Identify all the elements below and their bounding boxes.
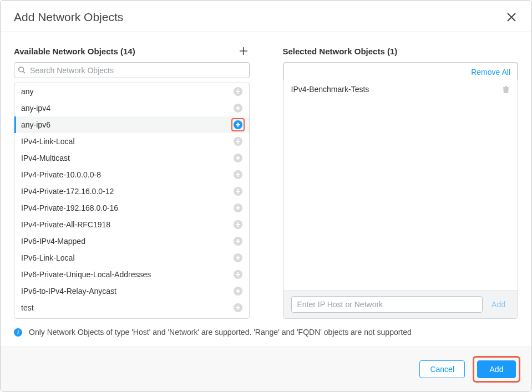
add-network-objects-dialog: Add Network Objects Available Network Ob… — [0, 0, 532, 392]
list-item[interactable]: IPv6-to-IPv4-Relay-Anycast — [14, 283, 249, 299]
list-item-label: IPv4-Private-All-RFC1918 — [21, 220, 110, 229]
plus-circle-icon — [235, 222, 241, 227]
add-icon-highlight — [231, 118, 245, 131]
list-item-label: test — [21, 303, 34, 312]
list-item-label: any — [21, 87, 34, 96]
add-item-button[interactable] — [234, 237, 242, 246]
add-item-button[interactable] — [234, 303, 242, 312]
enter-ip-row: Add — [283, 290, 518, 318]
list-item-label: any-ipv6 — [21, 120, 50, 129]
remove-all-button[interactable]: Remove All — [283, 63, 518, 80]
plus-circle-icon — [235, 139, 241, 144]
list-item[interactable]: IPv4-Link-Local — [14, 133, 249, 150]
list-item[interactable]: any-ipv6 — [14, 116, 249, 133]
available-panel: Available Network Objects (14) anyany-ip… — [14, 43, 250, 319]
dialog-header: Add Network Objects — [1, 1, 531, 32]
available-panel-title: Available Network Objects (14) — [14, 47, 135, 56]
list-item[interactable]: IPv4-Multicast — [14, 150, 249, 166]
remove-item-button[interactable] — [502, 85, 510, 94]
plus-circle-icon — [235, 255, 241, 261]
selected-item[interactable]: IPv4-Benchmark-Tests — [283, 80, 518, 99]
selected-panel-title: Selected Network Objects (1) — [283, 47, 398, 56]
search-wrapper — [14, 62, 250, 78]
add-object-button[interactable] — [237, 45, 250, 57]
list-item-label: IPv4-Private-172.16.0.0-12 — [21, 187, 114, 196]
add-item-button[interactable] — [234, 87, 242, 96]
plus-circle-icon — [235, 155, 241, 161]
ip-host-input[interactable] — [291, 296, 483, 313]
add-item-button[interactable] — [234, 187, 242, 196]
selected-box: Remove All IPv4-Benchmark-Tests Add — [283, 62, 519, 319]
dialog-footer: Cancel Add — [1, 347, 531, 391]
plus-circle-icon — [235, 305, 241, 310]
list-item[interactable]: any-ipv4 — [14, 100, 249, 116]
plus-circle-icon — [235, 122, 241, 128]
add-item-button[interactable] — [234, 120, 242, 129]
svg-line-5 — [23, 72, 26, 74]
add-item-button[interactable] — [234, 203, 242, 212]
list-item-label: any-ipv4 — [21, 104, 50, 113]
info-row: i Only Network Objects of type 'Host' an… — [1, 319, 531, 347]
plus-circle-icon — [235, 272, 241, 277]
add-item-button[interactable] — [234, 170, 242, 179]
list-item-label: IPv4-Multicast — [21, 154, 70, 162]
add-item-button[interactable] — [234, 220, 242, 229]
plus-circle-icon — [235, 89, 241, 94]
selected-panel-header: Selected Network Objects (1) — [283, 43, 519, 59]
trash-icon — [502, 85, 510, 94]
svg-point-4 — [19, 67, 24, 72]
plus-circle-icon — [235, 238, 241, 244]
list-item-label: IPv6-IPv4-Mapped — [21, 237, 85, 246]
list-item[interactable]: IPv4-Private-10.0.0.0-8 — [14, 166, 249, 183]
selected-list: IPv4-Benchmark-Tests — [283, 80, 518, 290]
add-item-button[interactable] — [234, 104, 242, 113]
search-icon — [18, 66, 26, 74]
add-button[interactable]: Add — [477, 360, 516, 378]
list-item[interactable]: IPv4-Private-172.16.0.0-12 — [14, 183, 249, 200]
add-item-button[interactable] — [234, 154, 242, 162]
add-item-button[interactable] — [234, 253, 242, 262]
list-item-label: IPv4-Private-10.0.0.0-8 — [21, 170, 101, 179]
dialog-body: Available Network Objects (14) anyany-ip… — [1, 32, 531, 319]
list-item-label: IPv6-Private-Unique-Local-Addresses — [21, 270, 151, 279]
list-item[interactable]: IPv6-IPv4-Mapped — [14, 233, 249, 250]
plus-circle-icon — [235, 189, 241, 194]
list-item[interactable]: IPv4-Private-All-RFC1918 — [14, 216, 249, 233]
add-button-highlight: Add — [473, 356, 520, 383]
enter-add-button[interactable]: Add — [492, 300, 510, 309]
add-item-button[interactable] — [234, 287, 242, 296]
list-item[interactable]: IPv4-Private-192.168.0.0-16 — [14, 200, 249, 216]
plus-circle-icon — [235, 205, 241, 211]
list-item[interactable]: test — [14, 299, 249, 316]
plus-icon — [239, 46, 249, 56]
search-input[interactable] — [14, 62, 250, 78]
list-item[interactable]: IPv6-Link-Local — [14, 250, 249, 266]
available-list: anyany-ipv4any-ipv6IPv4-Link-LocalIPv4-M… — [14, 83, 250, 319]
list-item-label: IPv4-Private-192.168.0.0-16 — [21, 203, 118, 212]
cancel-button[interactable]: Cancel — [419, 360, 465, 378]
info-icon: i — [14, 328, 22, 337]
available-panel-header: Available Network Objects (14) — [14, 43, 250, 59]
dialog-title: Add Network Objects — [14, 11, 123, 24]
list-item-label: IPv4-Link-Local — [21, 137, 75, 146]
close-icon — [506, 12, 516, 22]
list-item-label: IPv6-Link-Local — [21, 253, 75, 262]
plus-circle-icon — [235, 172, 241, 177]
list-item[interactable]: IPv6-Private-Unique-Local-Addresses — [14, 266, 249, 283]
add-item-button[interactable] — [234, 270, 242, 279]
add-item-button[interactable] — [234, 137, 242, 146]
list-item-label: IPv6-to-IPv4-Relay-Anycast — [21, 287, 116, 296]
info-text: Only Network Objects of type 'Host' and … — [29, 328, 412, 337]
list-item[interactable]: any — [14, 83, 249, 100]
close-button[interactable] — [505, 11, 518, 24]
selected-item-label: IPv4-Benchmark-Tests — [291, 85, 369, 94]
plus-circle-icon — [235, 105, 241, 111]
plus-circle-icon — [235, 288, 241, 294]
selected-panel: Selected Network Objects (1) Remove All … — [283, 43, 519, 319]
